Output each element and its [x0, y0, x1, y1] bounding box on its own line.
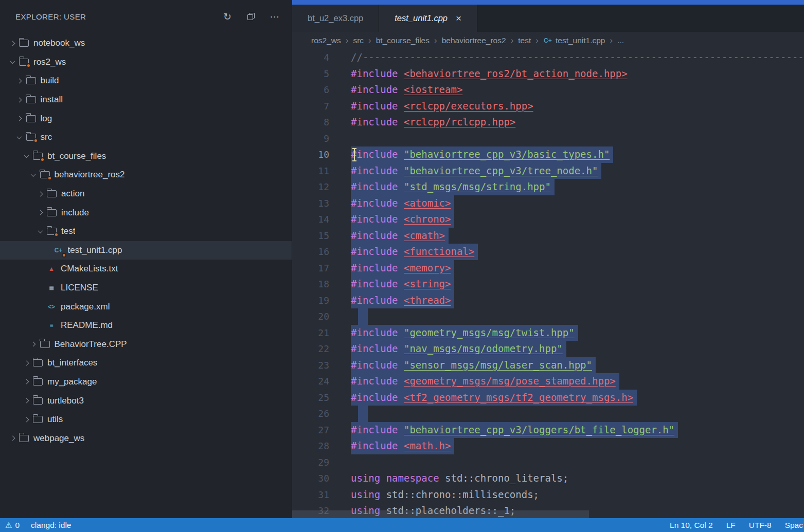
tree-folder-src[interactable]: src	[0, 128, 292, 147]
line-number[interactable]: 13	[292, 195, 329, 212]
close-tab-icon[interactable]: ×	[456, 13, 461, 23]
code-line-4[interactable]: 4//-------------------------------------…	[292, 49, 804, 66]
line-number[interactable]: 17	[292, 260, 329, 277]
breadcrumb-item-test_unit1.cpp[interactable]: C+test_unit1.cpp	[543, 36, 605, 45]
line-number[interactable]: 20	[292, 308, 329, 325]
line-number[interactable]: 22	[292, 341, 329, 357]
line-number[interactable]: 5	[292, 66, 329, 82]
code-line-25[interactable]: 25#include <tf2_geometry_msgs/tf2_geomet…	[292, 390, 804, 406]
line-number[interactable]: 8	[292, 114, 329, 131]
code-line-8[interactable]: 8#include <rclcpp/rclcpp.hpp>	[292, 114, 804, 131]
line-number[interactable]: 10	[292, 146, 329, 163]
line-number[interactable]: 19	[292, 292, 329, 309]
line-number[interactable]: 26	[292, 406, 329, 422]
line-number[interactable]: 21	[292, 325, 329, 341]
line-number[interactable]: 9	[292, 131, 329, 147]
tree-folder-ros2_ws[interactable]: ros2_ws	[0, 53, 292, 72]
tab-bt_u2_ex3.cpp[interactable]: bt_u2_ex3.cpp	[292, 5, 379, 32]
tree-folder-BehaviorTree.CPP[interactable]: BehaviorTree.CPP	[0, 335, 292, 354]
code-line-30[interactable]: 30using namespace std::chrono_literals;	[292, 470, 804, 487]
line-number[interactable]: 11	[292, 163, 329, 179]
line-number[interactable]: 18	[292, 276, 329, 292]
tree-file-CMakeLists.txt[interactable]: ▲CMakeLists.txt	[0, 260, 292, 279]
code-line-5[interactable]: 5#include <behaviortree_ros2/bt_action_n…	[292, 66, 804, 82]
tree-file-README.md[interactable]: ≡README.md	[0, 316, 292, 335]
tree-folder-test[interactable]: test	[0, 222, 292, 241]
line-number[interactable]: 4	[292, 49, 329, 66]
tree-folder-log[interactable]: log	[0, 109, 292, 128]
tree-file-LICENSE[interactable]: ≣LICENSE	[0, 279, 292, 298]
code-line-9[interactable]: 9	[292, 131, 804, 147]
tree-folder-webpage_ws[interactable]: webpage_ws	[0, 429, 292, 448]
problems-indicator[interactable]: ⚠ 0	[5, 521, 20, 530]
code-line-24[interactable]: 24#include <geometry_msgs/msg/pose_stamp…	[292, 373, 804, 390]
line-number[interactable]: 27	[292, 422, 329, 438]
line-number[interactable]: 28	[292, 438, 329, 454]
code-line-31[interactable]: 31using std::chrono::milliseconds;	[292, 487, 804, 503]
line-number[interactable]: 16	[292, 244, 329, 260]
tree-folder-behaviortree_ros2[interactable]: behaviortree_ros2	[0, 166, 292, 185]
tree-folder-utils[interactable]: utils	[0, 410, 292, 429]
breadcrumb-item-test[interactable]: test	[518, 36, 531, 45]
tree-folder-action[interactable]: action	[0, 185, 292, 204]
tree-file-test_unit1.cpp[interactable]: C+test_unit1.cpp	[0, 241, 292, 260]
line-number[interactable]: 7	[292, 98, 329, 115]
horizontal-scrollbar[interactable]	[292, 510, 804, 518]
language-server-status[interactable]: clangd: idle	[31, 521, 71, 530]
eol-indicator[interactable]: LF	[726, 521, 736, 530]
code-line-28[interactable]: 28#include <math.h>	[292, 438, 804, 454]
tree-file-package.xml[interactable]: <>package.xml	[0, 297, 292, 316]
code-line-6[interactable]: 6#include <iostream>	[292, 82, 804, 98]
tab-test_unit1.cpp[interactable]: test_unit1.cpp×	[379, 5, 477, 32]
tree-folder-install[interactable]: install	[0, 90, 292, 109]
more-actions-button[interactable]: ⋯	[269, 11, 280, 22]
code-line-27[interactable]: 27#include "behaviortree_cpp_v3/loggers/…	[292, 422, 804, 438]
code-line-20[interactable]: 20	[292, 308, 804, 325]
code-line-18[interactable]: 18#include <string>	[292, 276, 804, 292]
code-line-15[interactable]: 15#include <cmath>	[292, 228, 804, 244]
code-line-22[interactable]: 22#include "nav_msgs/msg/odometry.hpp"	[292, 341, 804, 357]
line-number[interactable]: 14	[292, 211, 329, 228]
line-number[interactable]: 24	[292, 373, 329, 390]
line-number[interactable]: 29	[292, 454, 329, 471]
collapse-folders-button[interactable]	[245, 11, 257, 22]
code-line-23[interactable]: 23#include "sensor_msgs/msg/laser_scan.h…	[292, 357, 804, 374]
code-line-10[interactable]: 10#include "behaviortree_cpp_v3/basic_ty…	[292, 146, 804, 163]
scrollbar-thumb[interactable]	[292, 510, 589, 518]
breadcrumb-item-...[interactable]: ...	[617, 36, 624, 45]
line-col-indicator[interactable]: Ln 10, Col 2	[670, 521, 713, 530]
line-number[interactable]: 15	[292, 228, 329, 244]
encoding-indicator[interactable]: UTF-8	[749, 521, 772, 530]
breadcrumb-item-ros2_ws[interactable]: ros2_ws	[311, 36, 341, 45]
code-line-29[interactable]: 29	[292, 454, 804, 471]
code-line-12[interactable]: 12#include "std_msgs/msg/string.hpp"	[292, 179, 804, 195]
code-line-26[interactable]: 26	[292, 406, 804, 422]
tree-folder-turtlebot3[interactable]: turtlebot3	[0, 391, 292, 410]
code-line-11[interactable]: 11#include "behaviortree_cpp_v3/tree_nod…	[292, 163, 804, 179]
tree-folder-build[interactable]: build	[0, 71, 292, 90]
code-line-21[interactable]: 21#include "geometry_msgs/msg/twist.hpp"	[292, 325, 804, 341]
breadcrumb-item-bt_course_files[interactable]: bt_course_files	[376, 36, 430, 45]
code-line-16[interactable]: 16#include <functional>	[292, 244, 804, 260]
refresh-button[interactable]: ↻	[222, 11, 233, 22]
breadcrumb-item-src[interactable]: src	[353, 36, 364, 45]
tree-folder-bt_interfaces[interactable]: bt_interfaces	[0, 354, 292, 373]
code-line-7[interactable]: 7#include <rclcpp/executors.hpp>	[292, 98, 804, 115]
code-line-14[interactable]: 14#include <chrono>	[292, 211, 804, 228]
line-number[interactable]: 6	[292, 82, 329, 98]
line-number[interactable]: 12	[292, 179, 329, 195]
line-number[interactable]: 30	[292, 470, 329, 487]
line-number[interactable]: 25	[292, 390, 329, 406]
tree-folder-my_package[interactable]: my_package	[0, 373, 292, 392]
line-number[interactable]: 23	[292, 357, 329, 374]
warning-count: 0	[15, 521, 20, 530]
code-line-17[interactable]: 17#include <memory>	[292, 260, 804, 277]
breadcrumb-item-behaviortree_ros2[interactable]: behaviortree_ros2	[442, 36, 506, 45]
code-line-19[interactable]: 19#include <thread>	[292, 292, 804, 309]
tree-folder-include[interactable]: include	[0, 203, 292, 222]
indent-indicator[interactable]: Spac	[785, 521, 803, 530]
line-number[interactable]: 31	[292, 487, 329, 503]
tree-folder-notebook_ws[interactable]: notebook_ws	[0, 34, 292, 53]
code-line-13[interactable]: 13#include <atomic>	[292, 195, 804, 212]
tree-folder-bt_course_files[interactable]: bt_course_files	[0, 147, 292, 166]
